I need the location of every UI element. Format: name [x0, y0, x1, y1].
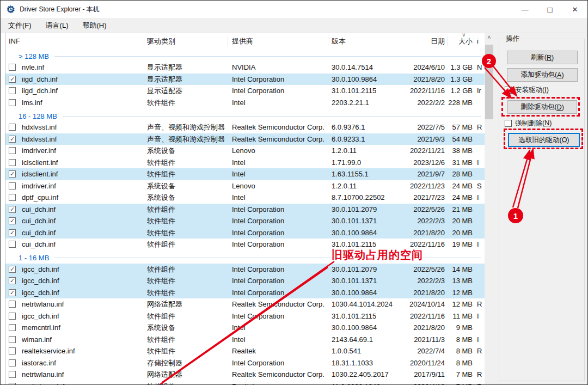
minimize-button[interactable]: —: [512, 1, 537, 18]
table-row[interactable]: ✓iigd_dch.inf显示适配器Intel Corporation30.0.…: [5, 74, 485, 85]
table-row[interactable]: imdriver.inf系统设备Lenovo1.2.0.112022/11/21…: [5, 145, 485, 157]
scrollbar-thumb[interactable]: [485, 45, 493, 119]
row-checkbox[interactable]: ✓: [9, 229, 16, 236]
column-divider[interactable]: [144, 36, 144, 46]
table-row[interactable]: lms.inf软件组件Intel2203.2.21.12022/2/2228 M…: [5, 97, 485, 109]
table-row[interactable]: ✓cui_dch.inf软件组件Intel Corporation30.0.10…: [5, 227, 485, 239]
row-checkbox[interactable]: [9, 159, 16, 166]
row-checkbox[interactable]: [9, 64, 16, 71]
delete-driver-package-button[interactable]: 删除驱动包(D): [507, 100, 577, 114]
table-row[interactable]: ✓iclsclient.inf软件组件Intel1.63.1155.12021/…: [5, 168, 485, 180]
row-checkbox[interactable]: ✓: [9, 277, 16, 284]
row-checkbox[interactable]: ✓: [9, 76, 16, 83]
close-button[interactable]: ✕: [562, 1, 587, 18]
cell-size: 1.3 GB: [425, 62, 473, 74]
row-checkbox[interactable]: ✓: [9, 266, 16, 273]
table-row[interactable]: hdxlvsst.inf声音、视频和游戏控制器Realtek Semicondu…: [5, 121, 485, 133]
column-divider[interactable]: [328, 36, 328, 46]
table-row[interactable]: iclsclient.inf软件组件Intel1.71.99.02023/12/…: [5, 157, 485, 169]
scroll-up-icon[interactable]: ˄: [485, 33, 494, 42]
cell-device-name: R: [477, 121, 485, 133]
group-header[interactable]: 16 - 128 MB: [5, 111, 485, 121]
cell-provider: Realtek Semiconductor Corp.: [232, 121, 330, 133]
table-row[interactable]: ✓igcc_dch.inf软件组件Intel Corporation30.0.1…: [5, 264, 485, 276]
vertical-scrollbar[interactable]: ˄: [485, 33, 494, 384]
column-divider[interactable]: [448, 36, 448, 46]
row-checkbox[interactable]: ✓: [9, 206, 16, 213]
cell-size: 54 MB: [425, 133, 473, 145]
row-checkbox[interactable]: [9, 194, 16, 201]
table-row[interactable]: iigd_dch.inf显示适配器Intel Corporation31.0.1…: [5, 85, 485, 97]
table-row[interactable]: imdriver.inf系统设备Lenovo1.2.0.112022/11/23…: [5, 180, 485, 192]
row-checkbox[interactable]: [9, 347, 16, 355]
cell-provider: Intel Corporation: [232, 357, 330, 369]
table-row[interactable]: ✓igcc_dch.inf软件组件Intel Corporation30.0.1…: [5, 275, 485, 287]
row-checkbox[interactable]: [9, 301, 16, 308]
cell-provider: Intel Corporation: [232, 74, 330, 85]
checkbox-box[interactable]: [505, 120, 512, 127]
add-driver-package-button[interactable]: 添加驱动包(A): [507, 68, 578, 82]
row-checkbox[interactable]: ✓: [9, 170, 16, 178]
column-header-date[interactable]: 日期: [387, 33, 445, 48]
cell-driver-class: 软件组件: [147, 275, 230, 287]
row-checkbox[interactable]: [9, 147, 16, 154]
table-row[interactable]: igcc_dch.inf软件组件Intel Corporation31.0.10…: [5, 310, 485, 322]
menu-help[interactable]: 帮助(H): [76, 18, 113, 33]
table-row[interactable]: ✓cui_dch.inf软件组件Intel Corporation30.0.10…: [5, 204, 485, 216]
cell-device-name: [477, 275, 485, 287]
column-divider[interactable]: [228, 36, 228, 46]
column-header-provider[interactable]: 提供商: [232, 33, 329, 48]
cell-inf: iigd_dch.inf: [22, 85, 144, 97]
force-delete-checkbox[interactable]: 强制删除(N): [505, 119, 552, 128]
cell-driver-class: 存储控制器: [147, 357, 230, 369]
refresh-button[interactable]: 刷新(R): [507, 51, 578, 64]
table-row[interactable]: dptf_cpu.inf系统设备Intel8.7.10700.225022021…: [5, 192, 485, 204]
row-checkbox[interactable]: [9, 241, 16, 248]
table-row[interactable]: realtekapo.inf软件组件Realtek11.0.6000.10462…: [5, 381, 485, 385]
table-row[interactable]: wiman.inf软件组件Intel2143.64.69.12021/11/38…: [5, 334, 485, 346]
cell-provider: Intel Corporation: [232, 287, 330, 299]
menu-file[interactable]: 文件(F): [2, 18, 38, 33]
table-row[interactable]: realtekservice.inf软件组件Realtek1.0.0.54120…: [5, 345, 485, 357]
cell-size: 28 MB: [425, 168, 473, 180]
maximize-button[interactable]: □: [537, 1, 562, 18]
row-checkbox[interactable]: ✓: [9, 136, 16, 143]
cell-provider: Intel: [232, 192, 330, 204]
cell-provider: Intel Corporation: [232, 215, 330, 227]
row-checkbox[interactable]: [9, 313, 16, 320]
row-checkbox[interactable]: [9, 324, 16, 331]
checkbox-label: 强制删除(N): [515, 119, 552, 128]
table-row[interactable]: netrtwlanu.inf网络适配器Realtek Semiconductor…: [5, 298, 485, 310]
row-checkbox[interactable]: [9, 99, 16, 106]
menu-language[interactable]: 语言(L): [39, 18, 75, 33]
row-checkbox[interactable]: [9, 359, 16, 366]
table-row[interactable]: ✓cui_dch.inf软件组件Intel Corporation30.0.10…: [5, 215, 485, 227]
table-row[interactable]: ✓igcc_dch.inf软件组件Intel Corporation30.0.1…: [5, 287, 485, 299]
column-divider[interactable]: [474, 36, 474, 46]
label-part: ): [549, 119, 552, 127]
row-checkbox[interactable]: ✓: [9, 217, 16, 224]
access-key: O: [562, 136, 567, 144]
title-bar[interactable]: ⚙ Driver Store Explorer - 本机 — □ ✕: [1, 1, 587, 18]
table-row[interactable]: ✓hdxlvsst.inf声音、视频和游戏控制器Realtek Semicond…: [5, 133, 485, 145]
row-checkbox[interactable]: ✓: [9, 289, 16, 296]
row-checkbox[interactable]: [9, 124, 16, 131]
column-header-class[interactable]: 驱动类别: [147, 33, 229, 48]
table-row[interactable]: nvle.inf显示适配器NVIDIA30.0.14.75142024/6/10…: [5, 62, 485, 74]
cell-provider: Realtek Semiconductor Corp.: [232, 369, 330, 381]
column-header-device[interactable]: i: [477, 33, 485, 48]
table-row[interactable]: memcntrl.inf系统设备Intel30.0.100.98642021/8…: [5, 322, 485, 334]
row-checkbox[interactable]: [9, 87, 16, 94]
group-header[interactable]: > 128 MB: [5, 51, 485, 62]
checkbox-box[interactable]: [505, 87, 512, 94]
table-row[interactable]: iastorac.inf存储控制器Intel Corporation18.31.…: [5, 357, 485, 369]
row-checkbox[interactable]: [9, 383, 16, 385]
install-driver-checkbox[interactable]: 安装驱动(I): [505, 85, 549, 95]
select-old-drivers-button[interactable]: 选取旧的驱动(O): [508, 133, 580, 147]
table-row[interactable]: netrtwlanu.inf网络适配器Realtek Semiconductor…: [5, 369, 485, 381]
row-checkbox[interactable]: [9, 182, 16, 190]
column-header-inf[interactable]: INF: [9, 33, 139, 48]
row-checkbox[interactable]: [9, 336, 16, 343]
cell-provider: Realtek: [232, 381, 330, 385]
row-checkbox[interactable]: [9, 371, 16, 378]
